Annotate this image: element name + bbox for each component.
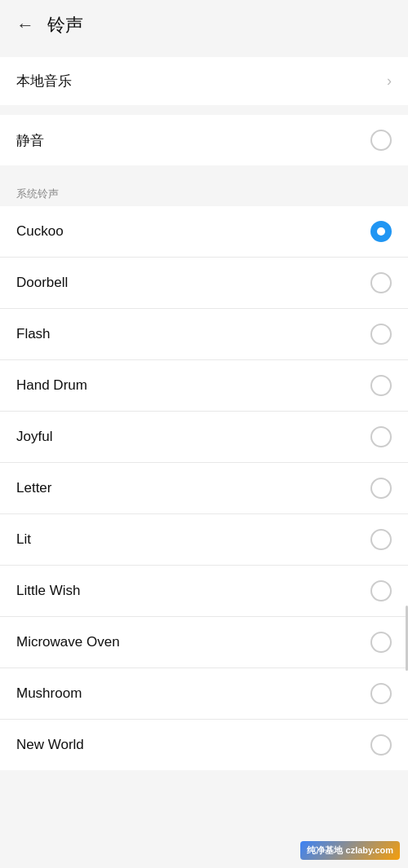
ringtones-list: Cuckoo Doorbell Flash Hand Drum Joyful L… [0, 206, 408, 770]
list-item[interactable]: New World [0, 720, 408, 770]
ringtone-radio[interactable] [370, 734, 392, 756]
ringtone-name: Cuckoo [16, 223, 64, 240]
ringtone-name: Mushroom [16, 685, 82, 702]
list-item[interactable]: Mushroom [0, 668, 408, 720]
header: ← 铃声 [0, 0, 408, 51]
ringtone-radio[interactable] [370, 580, 392, 601]
ringtone-name: Letter [16, 480, 51, 496]
ringtone-name: Flash [16, 326, 51, 342]
list-item[interactable]: Cuckoo [0, 206, 408, 258]
ringtone-radio[interactable] [370, 272, 392, 293]
ringtone-name: Doorbell [16, 275, 68, 291]
ringtone-radio[interactable] [370, 632, 392, 653]
watermark: 纯净基地 czlaby.com [300, 841, 400, 860]
list-item[interactable]: Lit [0, 514, 408, 566]
back-button[interactable]: ← [16, 15, 34, 36]
silent-item[interactable]: 静音 [0, 115, 408, 165]
list-item[interactable]: Little Wish [0, 566, 408, 617]
radio-inner-dot [377, 227, 385, 236]
local-music-label: 本地音乐 [16, 72, 72, 90]
ringtone-radio[interactable] [370, 478, 392, 499]
ringtone-name: Little Wish [16, 583, 80, 599]
ringtone-radio[interactable] [370, 375, 392, 396]
silent-label: 静音 [16, 131, 44, 150]
ringtone-radio[interactable] [370, 683, 392, 704]
local-music-section: 本地音乐 › [0, 57, 408, 105]
ringtone-radio[interactable] [370, 426, 392, 447]
ringtone-name: New World [16, 737, 84, 753]
list-item[interactable]: Doorbell [0, 258, 408, 309]
system-ringtones-label: 系统铃声 [0, 175, 408, 206]
list-item[interactable]: Letter [0, 463, 408, 514]
ringtone-radio-selected[interactable] [370, 221, 392, 242]
page-title: 铃声 [47, 13, 83, 37]
silent-section: 静音 [0, 115, 408, 165]
list-item[interactable]: Flash [0, 309, 408, 360]
silent-radio[interactable] [370, 130, 392, 151]
ringtone-radio[interactable] [370, 324, 392, 345]
ringtone-radio[interactable] [370, 529, 392, 550]
ringtone-name: Lit [16, 531, 31, 548]
chevron-right-icon: › [387, 73, 392, 90]
list-item[interactable]: Hand Drum [0, 360, 408, 412]
local-music-item[interactable]: 本地音乐 › [0, 57, 408, 105]
ringtone-name: Joyful [16, 429, 52, 445]
list-item[interactable]: Joyful [0, 412, 408, 463]
ringtone-name: Microwave Oven [16, 634, 120, 650]
list-item[interactable]: Microwave Oven [0, 617, 408, 668]
ringtone-name: Hand Drum [16, 377, 87, 394]
